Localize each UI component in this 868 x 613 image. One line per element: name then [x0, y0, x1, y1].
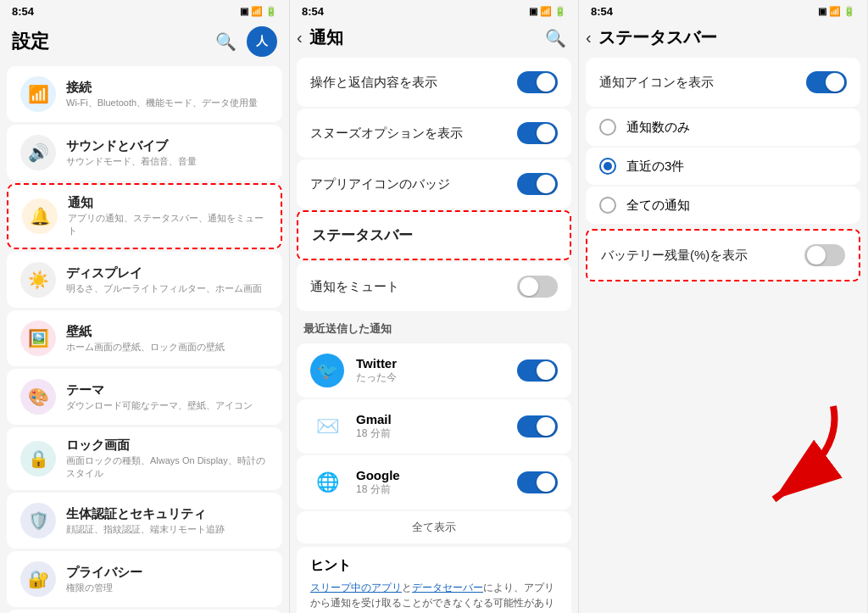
biometrics-text: 生体認証とセキュリティ 顔認証、指紋認証、端末リモート追跡	[66, 506, 225, 536]
back-button-2[interactable]: ‹	[297, 28, 303, 47]
settings-item-connection[interactable]: 📶 接続 Wi-Fi、Bluetooth、機能モード、データ使用量	[7, 66, 282, 122]
show-snooze-row: スヌーズオプションを表示	[297, 109, 571, 158]
app-badge-toggle[interactable]	[517, 173, 558, 195]
status-bar-row[interactable]: ステータスバー	[298, 212, 570, 259]
biometrics-subtitle: 顔認証、指紋認証、端末リモート追跡	[66, 523, 225, 536]
page-title-1: 設定	[12, 29, 215, 54]
notif-google[interactable]: 🌐 Google 18 分前	[297, 455, 571, 510]
time-2: 8:54	[302, 5, 324, 18]
settings-item-location[interactable]: 📍 位置情報 位置情報設定、位置情報要求	[7, 610, 282, 613]
settings-item-lockscreen[interactable]: 🔒 ロック画面 画面ロックの種類、Always On Display、時計のスタ…	[7, 427, 282, 490]
google-toggle-wrap	[517, 471, 558, 493]
connection-icon: 📶	[20, 76, 56, 112]
radio-all-notif-circle	[599, 197, 616, 214]
avatar[interactable]: 人	[247, 26, 277, 57]
privacy-icon: 🔐	[20, 561, 56, 597]
status-icons-2: ▣ 📶 🔋	[529, 6, 566, 17]
biometrics-icon: 🛡️	[20, 503, 56, 538]
show-ops-toggle[interactable]	[517, 71, 558, 93]
notification-title: 通知	[68, 195, 267, 211]
twitter-time: たった今	[356, 371, 397, 385]
wallpaper-icon: 🖼️	[20, 320, 56, 356]
lockscreen-icon: 🔒	[20, 441, 56, 476]
hint-title: ヒント	[310, 557, 558, 575]
theme-subtitle: ダウンロード可能なテーマ、壁紙、アイコン	[66, 399, 253, 412]
app-badge-row: アプリアイコンのバッジ	[297, 159, 571, 209]
settings-item-theme[interactable]: 🎨 テーマ ダウンロード可能なテーマ、壁紙、アイコン	[7, 369, 282, 425]
status-bar-1: 8:54 ▣ 📶 🔋	[0, 0, 289, 21]
gmail-toggle[interactable]	[517, 415, 558, 437]
sound-text: サウンドとバイブ サウンドモード、着信音、音量	[66, 138, 197, 168]
settings-item-wallpaper[interactable]: 🖼️ 壁紙 ホーム画面の壁紙、ロック画面の壁紙	[7, 310, 282, 366]
google-time: 18 分前	[356, 482, 400, 497]
settings-item-notification[interactable]: 🔔 通知 アプリの通知、ステータスバー、通知をミュート	[7, 183, 282, 249]
show-snooze-toggle[interactable]	[517, 122, 558, 144]
settings-item-display[interactable]: ☀️ ディスプレイ 明るさ、ブルーライトフィルター、ホーム画面	[7, 252, 282, 308]
google-toggle[interactable]	[517, 471, 558, 493]
battery-row-highlight: バッテリー残量(%)を表示	[586, 229, 860, 281]
page-title-2: 通知	[309, 26, 538, 49]
radio-all-notif[interactable]: 全ての通知	[586, 187, 860, 224]
show-notif-icon-label: 通知アイコンを表示	[599, 75, 714, 91]
sleep-apps-link[interactable]: スリープ中のアプリ	[310, 582, 402, 593]
top-bar-1: 設定 🔍 人	[0, 21, 289, 64]
recent-section-header: 最近送信した通知	[290, 313, 578, 342]
time-3: 8:54	[591, 5, 613, 18]
notif-twitter[interactable]: 🐦 Twitter たった今	[297, 343, 571, 398]
top-bar-2: ‹ 通知 🔍	[290, 21, 578, 56]
mute-toggle[interactable]	[517, 276, 558, 298]
biometrics-title: 生体認証とセキュリティ	[66, 506, 225, 522]
notification-subtitle: アプリの通知、ステータスバー、通知をミュート	[68, 212, 267, 237]
show-ops-label: 操作と返信内容を表示	[310, 75, 437, 91]
wifi-icon-2: 📶	[540, 6, 552, 17]
gmail-name: Gmail	[356, 412, 392, 426]
privacy-title: プライバシー	[66, 565, 142, 581]
google-icon: 🌐	[310, 465, 344, 499]
battery-icon: 🔋	[265, 6, 277, 17]
sound-title: サウンドとバイブ	[66, 138, 197, 154]
sound-icon: 🔊	[20, 135, 56, 170]
radio-recent3[interactable]: 直近の3件	[586, 148, 860, 185]
wallpaper-text: 壁紙 ホーム画面の壁紙、ロック画面の壁紙	[66, 324, 225, 354]
top-bar-3: ‹ ステータスバー	[579, 21, 867, 56]
battery-icon-3: 🔋	[843, 6, 855, 17]
display-subtitle: 明るさ、ブルーライトフィルター、ホーム画面	[66, 282, 262, 295]
panel-settings: 8:54 ▣ 📶 🔋 設定 🔍 人 📶 接続 Wi-Fi、Bluetooth、機…	[0, 0, 289, 613]
mute-label: 通知をミュート	[310, 279, 399, 295]
settings-item-privacy[interactable]: 🔐 プライバシー 権限の管理	[7, 551, 282, 607]
radio-count-only-label: 通知数のみ	[626, 120, 690, 136]
gmail-icon: ✉️	[310, 410, 344, 443]
page-title-3: ステータスバー	[598, 26, 855, 49]
battery-toggle[interactable]	[804, 244, 845, 266]
panel-statusbar: 8:54 ▣ 📶 🔋 ‹ ステータスバー 通知アイコンを表示 通知数のみ 直近の…	[578, 0, 867, 613]
radio-count-only[interactable]: 通知数のみ	[586, 109, 860, 146]
show-notif-icon-toggle[interactable]	[806, 71, 847, 93]
notif-gmail[interactable]: ✉️ Gmail 18 分前	[297, 399, 571, 454]
search-icon-2[interactable]: 🔍	[545, 28, 566, 48]
twitter-toggle-wrap	[517, 359, 558, 382]
data-saver-link[interactable]: データセーバー	[412, 582, 483, 593]
status-bar-section-highlight: ステータスバー	[297, 210, 571, 260]
back-button-3[interactable]: ‹	[586, 28, 592, 47]
theme-text: テーマ ダウンロード可能なテーマ、壁紙、アイコン	[66, 382, 253, 412]
signal-icon-3: ▣	[818, 6, 826, 17]
wifi-icon: 📶	[251, 6, 263, 17]
signal-icon-2: ▣	[529, 6, 537, 17]
wifi-icon-3: 📶	[829, 6, 841, 17]
settings-item-biometrics[interactable]: 🛡️ 生体認証とセキュリティ 顔認証、指紋認証、端末リモート追跡	[7, 493, 282, 549]
hint-text: スリープ中のアプリとデータセーバーにより、アプリから通知を受け取ることができなく…	[310, 580, 558, 613]
gmail-text: Gmail 18 分前	[356, 412, 392, 441]
lockscreen-title: ロック画面	[66, 437, 269, 454]
top-bar-icons-1: 🔍 人	[215, 26, 277, 57]
search-icon[interactable]: 🔍	[215, 31, 236, 52]
twitter-icon: 🐦	[310, 354, 344, 387]
sound-subtitle: サウンドモード、着信音、音量	[66, 155, 197, 168]
show-all-button[interactable]: 全て表示	[297, 511, 571, 543]
twitter-toggle[interactable]	[517, 359, 558, 382]
status-bar-2: 8:54 ▣ 📶 🔋	[290, 0, 578, 21]
notification-list: 操作と返信内容を表示 スヌーズオプションを表示 アプリアイコンのバッジ ステータ…	[290, 56, 578, 613]
status-icons-3: ▣ 📶 🔋	[818, 6, 855, 17]
status-bar-section-label: ステータスバー	[312, 226, 413, 245]
radio-recent3-label: 直近の3件	[626, 159, 684, 175]
settings-item-sound[interactable]: 🔊 サウンドとバイブ サウンドモード、着信音、音量	[7, 125, 282, 181]
